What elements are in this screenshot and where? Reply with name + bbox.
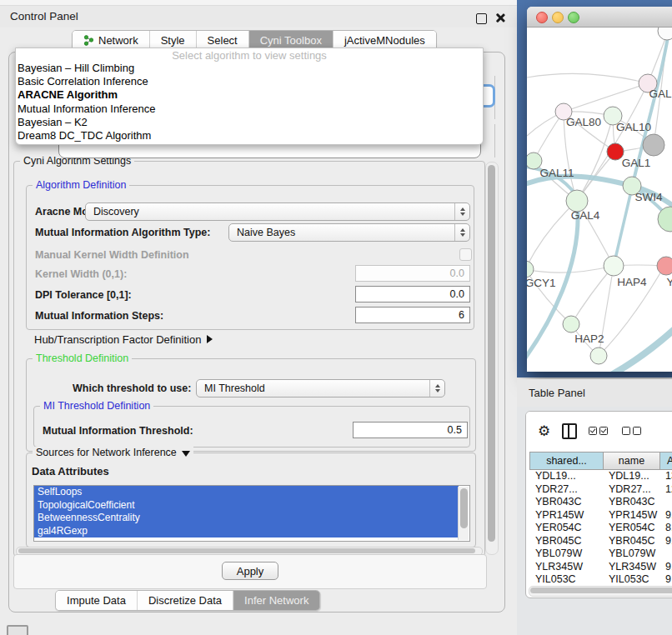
mi-threshold-label: Mutual Information Threshold: [43,425,193,437]
kernel-width-field[interactable]: 0.0 [355,265,470,282]
node[interactable] [590,348,607,364]
table-panel-title: Table Panel [529,387,585,399]
mi-threshold-field[interactable]: 0.5 [353,422,468,438]
table-cell: 12 [659,483,672,497]
tab-infer-network[interactable]: Infer Network [233,591,319,610]
table-row[interactable]: YLR345WYLR345W9. [529,561,672,574]
apply-row: Apply [13,554,487,589]
table-cell: YBR045C [603,535,659,548]
group-title: Algorithm Definition [33,179,129,191]
node-gcy1[interactable] [527,261,534,278]
app-root: Control Panel NetworkStyleSelectCyni Too… [0,0,672,635]
table-row[interactable]: YBL079WYBL079W [529,548,672,561]
dropdown-item-basic-correlation-inference[interactable]: Basic Correlation Inference [16,75,483,88]
list-vertical-scrollbar[interactable] [458,487,469,540]
node-label-gal: GAL [649,88,672,100]
table-row[interactable]: YER054CYER054C8. [529,522,672,535]
manual-kernel-checkbox[interactable] [459,248,472,261]
minimized-panel-icon[interactable] [7,625,28,635]
hub-tf-definition-toggle[interactable]: Hub/Transcription Factor Definition [34,333,213,346]
mac-minimize-icon[interactable] [552,12,564,23]
node-label-gal1: GAL1 [622,157,651,169]
dropdown-placeholder: Select algorithm to view settings [16,48,483,62]
float-window-icon[interactable] [476,13,487,24]
mi-steps-label: Mutual Information Steps: [35,310,163,322]
scrollbar-thumb[interactable] [530,588,672,593]
table-horizontal-scrollbar[interactable] [529,586,672,597]
dropdown-item-aracne-algorithm[interactable]: ARACNE Algorithm [16,88,483,102]
apply-button[interactable]: Apply [222,562,278,580]
table-row[interactable]: YIL053CYIL053C9 [529,573,672,585]
algorithm-dropdown[interactable]: Select algorithm to view settings Bayesi… [15,48,484,145]
node-label-gal4: GAL4 [571,209,600,222]
table-cell: YDR27... [529,483,603,497]
table-settings-gear-icon[interactable]: ⚙ [538,424,550,438]
dropdown-item-bayesian-k2[interactable]: Bayesian – K2 [16,116,483,129]
mi-steps-field[interactable]: 6 [355,307,470,323]
kernel-width-label: Kernel Width (0,1): [35,268,127,280]
scrollbar-thumb[interactable] [18,548,475,553]
attribute-item-gal4rgexp[interactable]: gal4RGexp [34,525,459,538]
tab-label: Impute Data [67,591,126,610]
stepper-icon [454,203,469,220]
network-window-titlebar[interactable] [527,7,672,28]
deselect-all-rows-icon[interactable] [622,427,644,435]
table-row[interactable]: YBR045CYBR045C9. [529,535,672,548]
table-row[interactable]: YBR043CYBR043C [529,496,672,509]
attribute-item-selfloops[interactable]: SelfLoops [34,486,459,499]
node-gray[interactable] [643,134,664,156]
settings-vertical-scrollbar[interactable] [485,162,499,555]
table-cell: 9 [659,573,672,585]
network-graph[interactable]: GAL80GAL10GAL1GAL11SWI4GAL4GCY1HAP4HAP2G… [527,28,672,372]
mac-zoom-icon[interactable] [568,12,579,23]
dpi-tolerance-field[interactable]: 0.0 [355,286,470,302]
column-header-1[interactable]: name [603,452,659,470]
table-toolbar: ⚙ [526,412,672,450]
table-row[interactable]: YPR145WYPR145W9. [529,509,672,522]
table-cell: YBR043C [603,496,659,509]
scrollbar-thumb[interactable] [488,165,495,542]
tab-impute-data[interactable]: Impute Data [56,591,138,610]
threshold-definition-group: Threshold Definition Which threshold to … [26,358,476,452]
aracne-mode-combo[interactable]: Discovery [85,202,470,221]
table-cell [659,548,672,561]
stepper-icon [454,224,469,241]
group-title: Threshold Definition [33,352,132,364]
tab-discretize-data[interactable]: Discretize Data [138,591,233,610]
node-salmon[interactable] [657,257,672,275]
attribute-item-betweennesscentrality[interactable]: BetweennessCentrality [34,512,459,525]
node-table-card: ⚙ shared...nameA YDL19...YDL19...13YDR27… [525,411,672,598]
table-panel-titlebar: Table Panel [517,379,672,408]
table-row[interactable]: YDR27...YDR27...12 [529,483,672,497]
mac-close-icon[interactable] [536,12,548,23]
mi-algorithm-type-combo[interactable]: Naive Bayes [228,223,470,242]
column-selector-icon[interactable] [562,423,577,439]
column-header-2[interactable]: A [659,452,672,470]
table-cell: YPR145W [603,509,659,522]
collapsed-arrow-icon [207,335,213,343]
combo-value: Naive Bayes [229,227,454,238]
data-attributes-list[interactable]: SelfLoopsTopologicalCoefficientBetweenne… [33,485,470,542]
attribute-item-topologicalcoefficient[interactable]: TopologicalCoefficient [34,499,459,512]
sources-toggle[interactable]: Sources for Network Inference [33,447,193,458]
node-hap4[interactable] [604,256,624,276]
close-icon[interactable] [494,12,505,23]
hidden-groupbox-border [494,124,495,158]
network-canvas[interactable]: GAL80GAL10GAL1GAL11SWI4GAL4GCY1HAP4HAP2G… [527,28,672,372]
node[interactable] [658,28,672,40]
scrollbar-thumb[interactable] [460,488,468,528]
column-header-0[interactable]: shared... [529,452,603,470]
table-cell: YER054C [603,522,659,535]
dropdown-item-mutual-information-inference[interactable]: Mutual Information Inference [16,102,483,116]
which-threshold-label: Which threshold to use: [73,382,191,394]
table-cell: 9. [659,535,672,548]
table-row[interactable]: YDL19...YDL19...13 [529,470,672,483]
tab-label: Discretize Data [148,591,222,610]
table-panel-area: ⚙ shared...nameA YDL19...YDL19...13YDR27… [517,407,672,635]
dropdown-item-bayesian-hill-climbing[interactable]: Bayesian – Hill Climbing [16,62,483,75]
node-hap2[interactable] [563,316,579,332]
table-cell: YDR27... [603,483,659,497]
select-all-rows-icon[interactable] [589,427,610,435]
dropdown-item-dream8-dc-tdc-algorithm[interactable]: Dream8 DC_TDC Algorithm [16,129,483,142]
which-threshold-combo[interactable]: MI Threshold [196,379,445,398]
